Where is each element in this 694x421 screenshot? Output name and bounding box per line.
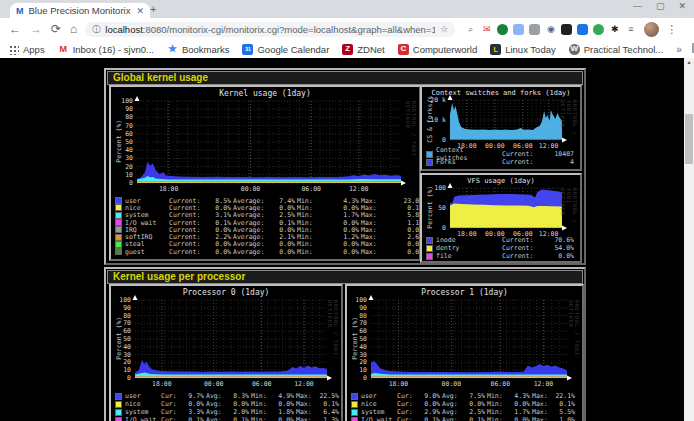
back-icon[interactable]: ← (9, 23, 21, 35)
green-circle-extension-icon[interactable] (593, 24, 604, 35)
forward-icon[interactable]: → (30, 23, 42, 35)
x-tick-label: 12:00 (529, 381, 557, 388)
metric-value: 0.1% (323, 400, 339, 408)
bookmark-linux-today[interactable]: LLinux Today (490, 44, 556, 55)
legend-metric: Min:0.0% (251, 416, 294, 421)
copy-extension-icon[interactable] (513, 24, 524, 35)
metric-label: Max: (532, 408, 548, 416)
home-icon[interactable]: ⌂ (70, 23, 77, 35)
legend-metric: Max:0.1% (296, 400, 339, 408)
page-scrollbar[interactable]: ▲ (684, 58, 694, 421)
rrdtool-watermark: RRDTOOL / TOBI OETIKER (560, 188, 578, 228)
bookmark-zdnet[interactable]: ZZDNet (342, 44, 384, 55)
metric-label: Cur: (397, 416, 413, 421)
page-info-icon[interactable]: ⓘ (92, 24, 100, 35)
pin-extension-icon[interactable]: ✱ (609, 24, 620, 35)
bookmark-google-calendar[interactable]: 31Google Calendar (242, 44, 329, 55)
metric-label: Min: (487, 392, 503, 400)
legend-swatch (426, 253, 433, 260)
close-button[interactable]: ✕ (678, 1, 686, 11)
bookmark-star-icon[interactable]: ☆ (440, 24, 448, 34)
legend-metric: Max:0.0% (361, 248, 421, 256)
scrollbar-up-icon[interactable]: ▲ (684, 59, 694, 65)
series-nice (371, 378, 567, 379)
legend-swatch (115, 409, 122, 416)
graph-context-switches[interactable]: Context switches and forks (1day)CS & fo… (420, 85, 582, 171)
y-tick-label: 90 (111, 305, 131, 312)
minimize-button[interactable]: — (633, 1, 642, 11)
bookmark-bookmarks[interactable]: ★Bookmarks (167, 44, 230, 55)
y-tick-label: 70 (347, 320, 367, 327)
metric-label: Avg: (442, 408, 458, 416)
tab-close-icon[interactable]: ✕ (136, 6, 144, 16)
bookmark-practical-technol[interactable]: WPractical Technol... (569, 44, 664, 55)
y-tick-label: 60 (347, 328, 367, 335)
rrdtool-watermark: RRDTOOL / TOBI OETIKER (568, 300, 580, 378)
new-tab-button[interactable]: + (150, 3, 156, 15)
browser-menu-icon[interactable]: ⋮ (666, 23, 677, 36)
legend-row-system: systemCur:2.9%Avg:2.5%Min:1.7%Max:5.5% (351, 408, 576, 416)
y-tick-label: 100 (111, 297, 131, 304)
y-tick-label: 20 (111, 359, 131, 366)
y-tick-label: 50 (111, 336, 131, 343)
x-tick-label: 12:00 (345, 186, 373, 193)
metric-value: 0.0% (233, 400, 249, 408)
bookmark-label: Apps (23, 44, 45, 55)
graph-vfs-usage[interactable]: VFS usage (1day)Percent (%)10050018:0000… (420, 173, 582, 263)
legend-metric: Avg:8.3% (206, 392, 249, 400)
globe-extension-icon[interactable] (497, 24, 508, 35)
metric-label: Avg: (206, 416, 222, 421)
search-extension-icon[interactable]: ⌕ (465, 24, 476, 35)
address-bar[interactable]: ⓘ localhost:8080/monitorix-cgi/monitorix… (85, 22, 455, 37)
graph-processor-0[interactable]: Processor 0 (1day)Percent (%)10090807060… (109, 284, 343, 421)
metric-label: Cur: (161, 400, 177, 408)
eye-extension-icon[interactable]: ◉ (545, 24, 556, 35)
bookmarks-overflow-icon[interactable]: » (676, 44, 682, 55)
metric-value: 3.3% (188, 408, 204, 416)
bookmark-inbox-16-sjvn0[interactable]: MInbox (16) - sjvn0... (58, 44, 154, 55)
legend-name: system (351, 408, 395, 416)
legend-metric: Max:5.5% (532, 408, 575, 416)
legend-metric: Cur:3.3% (161, 408, 204, 416)
metric-label: Current: (502, 236, 533, 244)
bookmark-computerworld[interactable]: CComputerworld (398, 44, 477, 55)
legend-metric: Cur:9.0% (397, 392, 440, 400)
box-extension-icon[interactable] (529, 24, 540, 35)
metric-label: Max: (296, 392, 312, 400)
legend-metric: Avg:0.1% (206, 416, 249, 421)
series-forks (450, 139, 562, 140)
reading-list-extension-icon[interactable]: ≡ (625, 24, 636, 35)
bookmarks-right: » Other bookmarks (676, 44, 694, 55)
bookmark-apps[interactable]: Apps (8, 44, 45, 55)
legend-metric: Max:22.5% (296, 392, 339, 400)
legend-label: inode (436, 236, 456, 244)
bookmark-label: ZDNet (357, 44, 384, 55)
mail-extension-icon[interactable]: ✉ (481, 24, 492, 35)
y-tick-label: 50 (347, 336, 367, 343)
browser-tab[interactable]: M Blue Precision Monitorix ✕ (10, 3, 150, 18)
section-title: Global kernel usage (107, 71, 583, 85)
metric-label: Max: (296, 400, 312, 408)
metric-value: 6.4% (323, 408, 339, 416)
graph-processor-1[interactable]: Processor 1 (1day)Percent (%)10090807060… (345, 284, 584, 421)
url-text: localhost:8080/monitorix-cgi/monitorix.c… (105, 24, 435, 35)
y-tick-label: 0 (111, 375, 131, 382)
maximize-button[interactable]: ▢ (656, 1, 665, 11)
metric-label: Avg: (442, 392, 458, 400)
reload-icon[interactable]: ⟳ (51, 23, 61, 35)
legend-metric: Avg:2.0% (206, 408, 249, 416)
metric-value: 2.9% (424, 408, 440, 416)
metric-value: 4.9% (278, 392, 294, 400)
legend-metric: Current:0.0% (169, 248, 231, 256)
scrollbar-thumb[interactable] (685, 114, 693, 164)
graph-kernel-usage[interactable]: Kernel usage (1day)Percent (%)1009080706… (109, 85, 421, 261)
calendar-icon: 31 (242, 44, 253, 55)
metric-value: 54.0% (554, 244, 574, 252)
legend-metric: Min:0.0% (487, 416, 530, 421)
blue-square-extension-icon[interactable] (577, 24, 588, 35)
profile-avatar[interactable] (644, 22, 659, 37)
metric-label: Avg: (442, 400, 458, 408)
computerworld-icon: C (398, 44, 409, 55)
bookmark-label: Bookmarks (182, 44, 230, 55)
dark-square-extension-icon[interactable] (561, 24, 572, 35)
